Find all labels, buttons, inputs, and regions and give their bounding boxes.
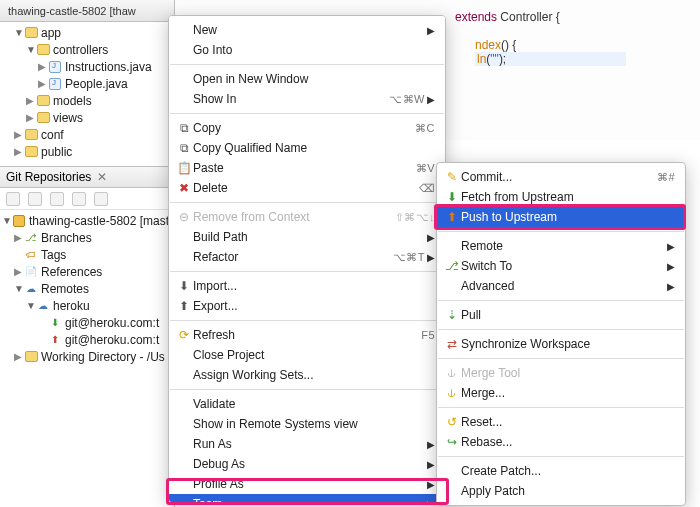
menu-run-as[interactable]: Run As	[169, 434, 445, 454]
project-tree: app controllers Instructions.java People…	[0, 22, 174, 166]
git-tool-3[interactable]	[50, 192, 64, 206]
git-tree: thawing-castle-5802 [mast ⎇Branches 🏷Tag…	[0, 210, 174, 371]
fetch-icon: ⬇	[443, 189, 461, 205]
refresh-icon: ⟳	[175, 327, 193, 343]
menu-delete[interactable]: ✖Delete⌫	[169, 178, 445, 198]
menu-separator	[438, 300, 684, 301]
submenu-create-patch[interactable]: Create Patch...	[437, 461, 685, 481]
menu-go-into[interactable]: Go Into	[169, 40, 445, 60]
menu-export[interactable]: ⬆Export...	[169, 296, 445, 316]
menu-refresh[interactable]: ⟳RefreshF5	[169, 325, 445, 345]
submenu-remote[interactable]: Remote	[437, 236, 685, 256]
menu-separator	[170, 271, 444, 272]
menu-separator	[438, 456, 684, 457]
tree-instructions[interactable]: Instructions.java	[0, 58, 174, 75]
menu-separator	[438, 358, 684, 359]
menu-copy[interactable]: ⧉Copy⌘C	[169, 118, 445, 138]
delete-icon: ✖	[175, 180, 193, 196]
submenu-pull[interactable]: ⇣Pull	[437, 305, 685, 325]
menu-refactor[interactable]: Refactor⌥⌘T	[169, 247, 445, 267]
pull-icon: ⇣	[443, 307, 461, 323]
tree-conf[interactable]: conf	[0, 126, 174, 143]
submenu-merge[interactable]: ⫝Merge...	[437, 383, 685, 403]
menu-separator	[438, 231, 684, 232]
menu-new[interactable]: New	[169, 20, 445, 40]
submenu-rebase[interactable]: ↪Rebase...	[437, 432, 685, 452]
submenu-advanced[interactable]: Advanced	[437, 276, 685, 296]
menu-separator	[170, 113, 444, 114]
submenu-push-upstream[interactable]: ⬆Push to Upstream	[437, 207, 685, 227]
submenu-commit[interactable]: ✎Commit...⌘#	[437, 167, 685, 187]
paste-icon: 📋	[175, 160, 193, 176]
git-tool-2[interactable]	[28, 192, 42, 206]
reset-icon: ↺	[443, 414, 461, 430]
menu-remove-context: ⊖Remove from Context⇧⌘⌥↓	[169, 207, 445, 227]
submenu-fetch-upstream[interactable]: ⬇Fetch from Upstream	[437, 187, 685, 207]
submenu-merge-tool: ⫝Merge Tool	[437, 363, 685, 383]
submenu-sync-workspace[interactable]: ⇄Synchronize Workspace	[437, 334, 685, 354]
menu-assign-ws[interactable]: Assign Working Sets...	[169, 365, 445, 385]
tree-public[interactable]: public	[0, 143, 174, 160]
export-icon: ⬆	[175, 298, 193, 314]
tree-controllers[interactable]: controllers	[0, 41, 174, 58]
team-submenu: ✎Commit...⌘# ⬇Fetch from Upstream ⬆Push …	[436, 162, 686, 506]
git-tool-4[interactable]	[72, 192, 86, 206]
tree-people[interactable]: People.java	[0, 75, 174, 92]
git-tags[interactable]: 🏷Tags	[0, 246, 174, 263]
close-icon[interactable]: ✕	[97, 170, 107, 184]
menu-build-path[interactable]: Build Path	[169, 227, 445, 247]
left-panel: thawing-castle-5802 [thaw app controller…	[0, 0, 175, 507]
git-branches[interactable]: ⎇Branches	[0, 229, 174, 246]
menu-team[interactable]: Team	[169, 494, 445, 503]
menu-separator	[170, 64, 444, 65]
git-remote-heroku[interactable]: ☁heroku	[0, 297, 174, 314]
menu-profile-as[interactable]: Profile As	[169, 474, 445, 494]
menu-separator	[170, 389, 444, 390]
menu-open-new-window[interactable]: Open in New Window	[169, 69, 445, 89]
menu-import[interactable]: ⬇Import...	[169, 276, 445, 296]
menu-show-remote-systems[interactable]: Show in Remote Systems view	[169, 414, 445, 434]
git-repositories-tab[interactable]: Git Repositories ✕	[0, 166, 174, 188]
project-explorer-tabbar: thawing-castle-5802 [thaw	[0, 0, 174, 22]
git-remotes[interactable]: ☁Remotes	[0, 280, 174, 297]
git-push-url[interactable]: ⬆git@heroku.com:t	[0, 331, 174, 348]
menu-close-project[interactable]: Close Project	[169, 345, 445, 365]
project-explorer-tab[interactable]: thawing-castle-5802 [thaw	[0, 2, 144, 20]
menu-copy-qualified[interactable]: ⧉Copy Qualified Name	[169, 138, 445, 158]
submenu-apply-patch[interactable]: Apply Patch	[437, 481, 685, 501]
switch-icon: ⎇	[443, 258, 461, 274]
git-repo[interactable]: thawing-castle-5802 [mast	[0, 212, 174, 229]
git-tool-5[interactable]	[94, 192, 108, 206]
merge-icon: ⫝	[443, 385, 461, 401]
copy-icon: ⧉	[175, 140, 193, 156]
tree-models[interactable]: models	[0, 92, 174, 109]
git-repositories-label: Git Repositories	[6, 170, 91, 184]
git-references[interactable]: 📄References	[0, 263, 174, 280]
menu-separator	[438, 407, 684, 408]
menu-paste[interactable]: 📋Paste⌘V	[169, 158, 445, 178]
menu-separator	[170, 320, 444, 321]
submenu-reset[interactable]: ↺Reset...	[437, 412, 685, 432]
menu-show-in[interactable]: Show In⌥⌘W	[169, 89, 445, 109]
import-icon: ⬇	[175, 278, 193, 294]
git-tool-1[interactable]	[6, 192, 20, 206]
git-working-dir[interactable]: Working Directory - /Us	[0, 348, 174, 365]
submenu-switch-to[interactable]: ⎇Switch To	[437, 256, 685, 276]
sync-icon: ⇄	[443, 336, 461, 352]
tree-views[interactable]: views	[0, 109, 174, 126]
menu-separator	[170, 202, 444, 203]
tree-app[interactable]: app	[0, 24, 174, 41]
menu-separator	[438, 329, 684, 330]
git-fetch-url[interactable]: ⬇git@heroku.com:t	[0, 314, 174, 331]
rebase-icon: ↪	[443, 434, 461, 450]
commit-icon: ✎	[443, 169, 461, 185]
git-toolbar	[0, 188, 174, 210]
merge-tool-icon: ⫝	[443, 365, 461, 381]
menu-debug-as[interactable]: Debug As	[169, 454, 445, 474]
push-icon: ⬆	[443, 209, 461, 225]
context-menu: New Go Into Open in New Window Show In⌥⌘…	[168, 15, 446, 503]
copy-icon: ⧉	[175, 120, 193, 136]
menu-validate[interactable]: Validate	[169, 394, 445, 414]
